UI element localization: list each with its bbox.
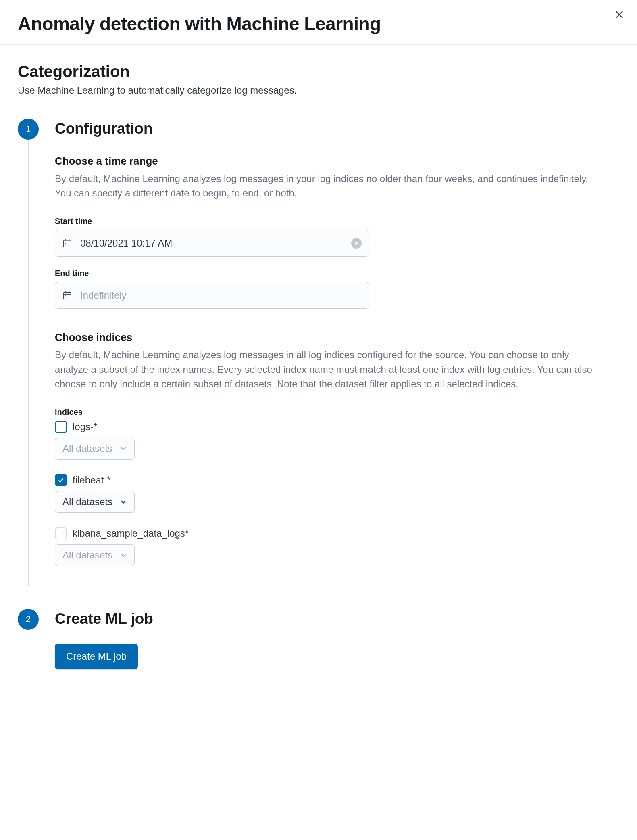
end-time-placeholder: Indefinitely [80, 290, 362, 301]
step-gutter: 1 [18, 119, 55, 581]
index-name: filebeat-* [73, 474, 111, 486]
chevron-down-icon [120, 498, 127, 506]
indices-description: By default, Machine Learning analyzes lo… [55, 348, 595, 391]
step-body: Configuration Choose a time range By def… [55, 119, 619, 581]
index-checkbox-kibana-sample[interactable] [55, 527, 67, 539]
start-time-input[interactable]: 08/10/2021 10:17 AM [55, 230, 369, 257]
index-item: logs-* All datasets [55, 421, 619, 460]
index-item: filebeat-* All datasets [55, 474, 619, 513]
end-time-input[interactable]: Indefinitely [55, 282, 369, 309]
flyout-content: Categorization Use Machine Learning to a… [0, 45, 637, 694]
calendar-icon [62, 290, 72, 300]
datasets-select-logs[interactable]: All datasets [55, 438, 135, 460]
indices-title: Choose indices [55, 331, 619, 344]
step-connector-line [28, 140, 29, 586]
index-name: logs-* [73, 421, 97, 433]
datasets-select-kibana-sample[interactable]: All datasets [55, 544, 135, 566]
index-checkbox-filebeat[interactable] [55, 474, 67, 486]
timerange-description: By default, Machine Learning analyzes lo… [55, 171, 595, 201]
start-time-value: 08/10/2021 10:17 AM [80, 238, 351, 249]
page-title: Anomaly detection with Machine Learning [18, 13, 619, 35]
start-time-label: Start time [55, 217, 619, 226]
datasets-select-filebeat[interactable]: All datasets [55, 491, 135, 513]
steps-container: 1 Configuration Choose a time range By d… [18, 119, 619, 669]
chevron-down-icon [120, 445, 127, 452]
step-create-ml-job: 2 Create ML job Create ML job [18, 609, 619, 669]
end-time-label: End time [55, 269, 619, 278]
datasets-select-label: All datasets [62, 496, 112, 508]
calendar-icon [62, 238, 72, 248]
step-number-badge: 1 [18, 119, 39, 140]
section-description: Use Machine Learning to automatically ca… [18, 85, 619, 96]
chevron-down-icon [120, 552, 127, 559]
index-name: kibana_sample_data_logs* [73, 528, 189, 539]
datasets-select-label: All datasets [62, 550, 112, 561]
step-body: Create ML job Create ML job [55, 609, 619, 669]
clear-start-time-button[interactable] [351, 238, 362, 249]
create-ml-job-button[interactable]: Create ML job [55, 644, 138, 669]
timerange-title: Choose a time range [55, 155, 619, 167]
index-item: kibana_sample_data_logs* All datasets [55, 527, 619, 566]
step-configuration: 1 Configuration Choose a time range By d… [18, 119, 619, 581]
close-icon [615, 10, 624, 19]
indices-label: Indices [55, 407, 619, 417]
close-button[interactable] [613, 8, 626, 21]
index-checkbox-logs[interactable] [55, 421, 67, 433]
section-title: Categorization [18, 63, 619, 81]
step-title: Create ML job [55, 610, 619, 627]
step-gutter: 2 [18, 609, 55, 669]
flyout-header: Anomaly detection with Machine Learning [0, 0, 637, 45]
step-number-badge: 2 [18, 609, 39, 630]
clear-icon [354, 241, 359, 246]
check-icon [57, 476, 65, 484]
step-title: Configuration [55, 120, 619, 137]
datasets-select-label: All datasets [62, 443, 112, 454]
